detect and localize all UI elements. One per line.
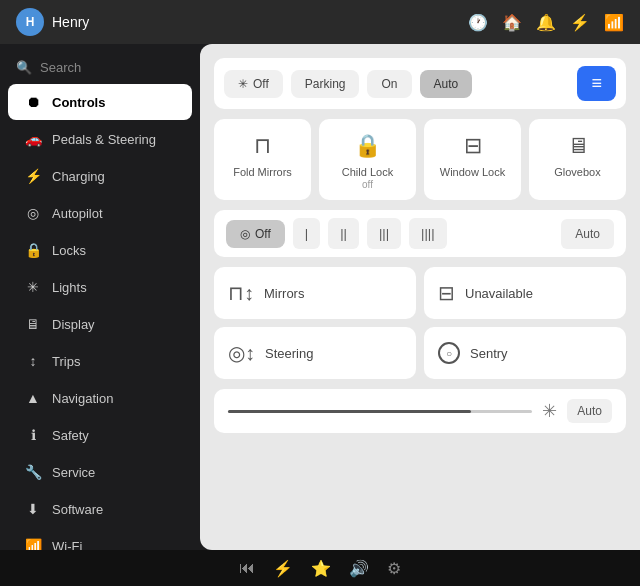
navigation-label: Navigation bbox=[52, 391, 113, 406]
service-label: Service bbox=[52, 465, 95, 480]
lights-menu-button[interactable]: ≡ bbox=[577, 66, 616, 101]
brightness-icon: ✳ bbox=[542, 400, 557, 422]
avatar: H bbox=[16, 8, 44, 36]
search-label: Search bbox=[40, 60, 81, 75]
brightness-slider[interactable] bbox=[228, 410, 532, 413]
steering-icon: ◎↕ bbox=[228, 341, 255, 365]
steering-label: Steering bbox=[265, 346, 313, 361]
wiper-auto-label: Auto bbox=[575, 227, 600, 241]
wiper-speed-2[interactable]: || bbox=[328, 218, 359, 249]
fold-mirrors-icon: ⊓ bbox=[254, 133, 271, 159]
lights-off-button[interactable]: ✳ Off bbox=[224, 70, 283, 98]
wiper-speed-4[interactable]: |||| bbox=[409, 218, 447, 249]
taskbar-sound-icon[interactable]: 🔊 bbox=[349, 559, 369, 578]
wiper-off-button[interactable]: ◎ Off bbox=[226, 220, 285, 248]
bluetooth-icon: ⚡ bbox=[570, 13, 590, 32]
software-icon: ⬇ bbox=[24, 501, 42, 517]
lights-on-label: On bbox=[381, 77, 397, 91]
wiper-icon: ◎ bbox=[240, 227, 250, 241]
brightness-auto-label: Auto bbox=[577, 404, 602, 418]
service-icon: 🔧 bbox=[24, 464, 42, 480]
wiper-speed-4-label: |||| bbox=[421, 226, 435, 241]
controls-grid: ⊓ Fold Mirrors 🔒 Child Lock off ⊟ Window… bbox=[214, 119, 626, 200]
lights-label: Lights bbox=[52, 280, 87, 295]
taskbar-settings-icon[interactable]: ⚙ bbox=[387, 559, 401, 578]
taskbar-charge-icon[interactable]: ⚡ bbox=[273, 559, 293, 578]
signal-icon: 📶 bbox=[604, 13, 624, 32]
autopilot-icon: ◎ bbox=[24, 205, 42, 221]
wifi-label: Wi-Fi bbox=[52, 539, 82, 551]
top-bar: H Henry 🕐 🏠 🔔 ⚡ 📶 bbox=[0, 0, 640, 44]
glovebox-button[interactable]: 🖥 Glovebox bbox=[529, 119, 626, 200]
sidebar-item-pedals[interactable]: 🚗 Pedals & Steering bbox=[8, 121, 192, 157]
profile-section: H Henry bbox=[16, 8, 456, 36]
sidebar-item-controls[interactable]: ⏺ Controls bbox=[8, 84, 192, 120]
taskbar-star-icon[interactable]: ⭐ bbox=[311, 559, 331, 578]
lights-parking-button[interactable]: Parking bbox=[291, 70, 360, 98]
sidebar-item-safety[interactable]: ℹ Safety bbox=[8, 417, 192, 453]
content-area: ✳ Off Parking On Auto ≡ ⊓ Fold Mirrors bbox=[200, 44, 640, 550]
home-icon: 🏠 bbox=[502, 13, 522, 32]
timer-icon: 🕐 bbox=[468, 13, 488, 32]
search-icon: 🔍 bbox=[16, 60, 32, 75]
sidebar-item-charging[interactable]: ⚡ Charging bbox=[8, 158, 192, 194]
child-lock-status: off bbox=[342, 179, 393, 190]
taskbar-back-icon[interactable]: ⏮ bbox=[239, 559, 255, 577]
lights-on-button[interactable]: On bbox=[367, 70, 411, 98]
search-bar[interactable]: 🔍 Search bbox=[0, 52, 200, 83]
glovebox-label: Glovebox bbox=[554, 165, 600, 179]
username: Henry bbox=[52, 14, 89, 30]
window-lock-button[interactable]: ⊟ Window Lock bbox=[424, 119, 521, 200]
pedals-label: Pedals & Steering bbox=[52, 132, 156, 147]
brightness-auto-button[interactable]: Auto bbox=[567, 399, 612, 423]
controls-icon: ⏺ bbox=[24, 94, 42, 110]
display-label: Display bbox=[52, 317, 95, 332]
child-lock-label: Child Lock bbox=[342, 165, 393, 179]
sentry-icon: ○ bbox=[438, 342, 460, 364]
sidebar-item-lights[interactable]: ✳ Lights bbox=[8, 269, 192, 305]
wiper-speed-3[interactable]: ||| bbox=[367, 218, 401, 249]
lights-icon: ✳ bbox=[24, 279, 42, 295]
sidebar-item-wifi[interactable]: 📶 Wi-Fi bbox=[8, 528, 192, 550]
sidebar-item-autopilot[interactable]: ◎ Autopilot bbox=[8, 195, 192, 231]
autopilot-label: Autopilot bbox=[52, 206, 103, 221]
charging-label: Charging bbox=[52, 169, 105, 184]
sentry-label: Sentry bbox=[470, 346, 508, 361]
unavailable-card: ⊟ Unavailable bbox=[424, 267, 626, 319]
brightness-row: ✳ Auto bbox=[214, 389, 626, 433]
trips-icon: ↕ bbox=[24, 353, 42, 369]
lights-auto-button[interactable]: Auto bbox=[420, 70, 473, 98]
fold-mirrors-button[interactable]: ⊓ Fold Mirrors bbox=[214, 119, 311, 200]
unavailable-label: Unavailable bbox=[465, 286, 533, 301]
display-icon: 🖥 bbox=[24, 316, 42, 332]
child-lock-button[interactable]: 🔒 Child Lock off bbox=[319, 119, 416, 200]
lights-auto-label: Auto bbox=[434, 77, 459, 91]
wiper-auto-button[interactable]: Auto bbox=[561, 219, 614, 249]
sentry-card[interactable]: ○ Sentry bbox=[424, 327, 626, 379]
sidebar-item-locks[interactable]: 🔒 Locks bbox=[8, 232, 192, 268]
mirrors-card[interactable]: ⊓↕ Mirrors bbox=[214, 267, 416, 319]
light-controls-row: ✳ Off Parking On Auto ≡ bbox=[214, 58, 626, 109]
mirrors-label: Mirrors bbox=[264, 286, 304, 301]
sidebar-item-display[interactable]: 🖥 Display bbox=[8, 306, 192, 342]
sun-icon: ✳ bbox=[238, 77, 248, 91]
menu-icon: ≡ bbox=[591, 73, 602, 93]
trips-label: Trips bbox=[52, 354, 80, 369]
steering-card[interactable]: ◎↕ Steering bbox=[214, 327, 416, 379]
safety-label: Safety bbox=[52, 428, 89, 443]
taskbar: ⏮ ⚡ ⭐ 🔊 ⚙ bbox=[0, 550, 640, 586]
sidebar-item-software[interactable]: ⬇ Software bbox=[8, 491, 192, 527]
window-lock-icon: ⊟ bbox=[464, 133, 482, 159]
safety-icon: ℹ bbox=[24, 427, 42, 443]
sidebar-item-trips[interactable]: ↕ Trips bbox=[8, 343, 192, 379]
wiper-speed-1[interactable]: | bbox=[293, 218, 320, 249]
glovebox-icon: 🖥 bbox=[567, 133, 589, 159]
navigation-icon: ▲ bbox=[24, 390, 42, 406]
locks-icon: 🔒 bbox=[24, 242, 42, 258]
main-layout: 🔍 Search ⏺ Controls 🚗 Pedals & Steering … bbox=[0, 44, 640, 550]
wiper-off-label: Off bbox=[255, 227, 271, 241]
sidebar-item-service[interactable]: 🔧 Service bbox=[8, 454, 192, 490]
wifi-icon: 📶 bbox=[24, 538, 42, 550]
sidebar-item-navigation[interactable]: ▲ Navigation bbox=[8, 380, 192, 416]
wiper-speed-3-label: ||| bbox=[379, 226, 389, 241]
